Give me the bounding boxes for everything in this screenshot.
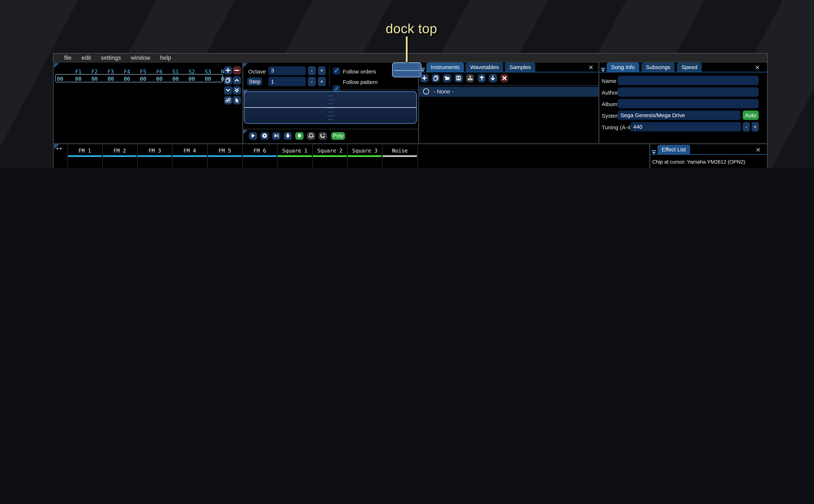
metronome-button[interactable] xyxy=(307,132,315,140)
orders-panel: F1F2F3F4F5F6S1S2S3N0 0000000000000000000… xyxy=(54,62,242,143)
x-icon xyxy=(502,75,508,81)
poly-button[interactable]: Poly xyxy=(331,132,345,140)
move-order-down-button[interactable] xyxy=(224,86,232,94)
step-input[interactable]: 1 xyxy=(268,77,306,86)
duplicate-instrument-button[interactable] xyxy=(432,74,440,82)
tuning-increase-button[interactable]: + xyxy=(752,122,759,131)
duplicate-order-button[interactable] xyxy=(224,76,232,84)
close-effect-list-panel-icon[interactable]: ✕ xyxy=(756,147,761,153)
octave-decrease-button[interactable]: - xyxy=(308,66,315,75)
play-from-beginning-button[interactable] xyxy=(260,132,268,140)
order-cell[interactable]: 00 xyxy=(135,76,151,82)
record-icon xyxy=(296,133,302,139)
octave-input[interactable]: 3 xyxy=(268,66,306,75)
tab-instruments[interactable]: Instruments xyxy=(427,62,464,72)
order-channel-header: S1 xyxy=(167,68,184,74)
order-cell[interactable]: 00 xyxy=(86,76,103,82)
oscilloscope-tick xyxy=(326,115,334,116)
tab-wavetables[interactable]: Wavetables xyxy=(466,62,504,72)
oscilloscope-tick xyxy=(328,96,333,96)
close-song-info-panel-icon[interactable]: ✕ xyxy=(755,64,760,71)
step-decrease-button[interactable]: - xyxy=(308,77,315,86)
minus-icon xyxy=(234,67,240,73)
order-change-mode-button[interactable] xyxy=(224,96,232,104)
remove-order-button[interactable] xyxy=(233,66,241,74)
copy-icon xyxy=(225,77,231,83)
save-instrument-button[interactable] xyxy=(455,74,463,82)
pointer-icon xyxy=(234,97,240,103)
follow-orders-label: Follow orders xyxy=(343,68,376,74)
order-cell[interactable]: 00 xyxy=(167,76,184,82)
move-instrument-up-button[interactable] xyxy=(478,74,486,82)
order-cell[interactable]: 00 xyxy=(119,76,135,82)
move-instrument-down-button[interactable] xyxy=(489,74,497,82)
add-instrument-button[interactable] xyxy=(420,74,429,82)
system-auto-button[interactable]: Auto xyxy=(743,111,759,120)
song-album-input[interactable] xyxy=(618,99,759,108)
step-one-row-button[interactable] xyxy=(284,132,292,140)
channel-divider xyxy=(172,144,173,168)
tab-subsongs[interactable]: Subsongs xyxy=(641,62,675,72)
play-one-row-button[interactable] xyxy=(272,132,280,140)
order-cell[interactable]: 00 xyxy=(184,76,200,82)
tuning-decrease-button[interactable]: - xyxy=(743,122,750,131)
record-button[interactable] xyxy=(295,132,303,140)
open-instrument-button[interactable] xyxy=(443,74,451,82)
callout-line-dock-top xyxy=(406,36,408,62)
tab-list-caret-icon[interactable] xyxy=(651,147,657,157)
dock-top-target[interactable] xyxy=(392,62,422,77)
tuning-label: Tuning (A-4) xyxy=(602,124,632,130)
menu-help[interactable]: help xyxy=(155,54,176,61)
tab-effect-list[interactable]: Effect List xyxy=(657,145,690,154)
panel-corner-wedge-icon xyxy=(243,130,248,135)
tab-list-caret-icon[interactable] xyxy=(600,65,606,75)
tab-speed[interactable]: Speed xyxy=(677,62,702,72)
song-name-input[interactable] xyxy=(618,76,759,85)
order-cell[interactable]: 00 xyxy=(200,76,216,82)
order-cell[interactable]: 00 xyxy=(103,76,119,82)
arrow-down-bold-icon xyxy=(284,133,291,139)
song-system-input[interactable]: Sega Genesis/Mega Drive xyxy=(618,111,740,120)
arrow-up-icon xyxy=(479,75,485,81)
oscilloscope-tick xyxy=(328,111,333,112)
repeat-pattern-button[interactable] xyxy=(318,132,326,140)
channel-divider xyxy=(417,144,418,168)
oscilloscope-tick xyxy=(326,100,334,100)
move-order-up-button[interactable] xyxy=(233,76,241,84)
menu-window[interactable]: window xyxy=(126,54,155,61)
tab-song-info[interactable]: Song Info xyxy=(607,62,639,72)
menu-edit[interactable]: edit xyxy=(76,54,96,61)
order-cell[interactable]: 00 xyxy=(151,76,167,82)
play-controls-panel: Octave 3 - + Step 1 - + Follow orders Fo… xyxy=(242,62,418,143)
menu-settings[interactable]: settings xyxy=(96,54,126,61)
order-channel-header: S2 xyxy=(184,68,200,74)
play-icon xyxy=(250,133,256,139)
tuning-input[interactable]: 440 xyxy=(630,122,741,131)
add-order-button[interactable] xyxy=(224,66,232,74)
chip-at-cursor-label: Chip at cursor: Yamaha YM2612 (OPN2) xyxy=(652,158,745,165)
order-edit-mode-button[interactable] xyxy=(233,96,241,104)
delete-instrument-button[interactable] xyxy=(501,74,509,82)
chevron-up-icon xyxy=(234,77,240,83)
order-channel-header: F1 xyxy=(70,68,86,74)
step-increase-button[interactable]: + xyxy=(318,77,325,86)
panel-corner-wedge-icon xyxy=(54,63,59,68)
channel-divider xyxy=(207,144,208,168)
play-to-bar-icon xyxy=(273,133,279,139)
close-instruments-panel-icon[interactable]: ✕ xyxy=(588,64,594,71)
song-author-input[interactable] xyxy=(618,87,759,97)
follow-orders-checkbox[interactable] xyxy=(333,67,340,74)
instrument-list-item[interactable]: - None - xyxy=(418,87,598,97)
instruments-panel: InstrumentsWavetablesSamples ✕ - None - xyxy=(418,62,598,143)
menu-file[interactable]: file xyxy=(59,54,76,61)
order-cell[interactable]: 00 xyxy=(70,76,86,82)
instrument-folders-button[interactable] xyxy=(466,74,474,82)
order-row-index[interactable]: 00 xyxy=(57,76,63,82)
octave-increase-button[interactable]: + xyxy=(318,66,325,75)
desktop: fileeditsettingswindowhelp F1F2F3F4F5F6S… xyxy=(0,0,814,168)
bell-icon xyxy=(308,133,314,139)
tab-samples[interactable]: Samples xyxy=(505,62,535,72)
play-button[interactable] xyxy=(249,132,257,140)
duplicate-order-end-button[interactable] xyxy=(233,86,241,94)
annotation-dock-top: dock top xyxy=(385,21,437,36)
